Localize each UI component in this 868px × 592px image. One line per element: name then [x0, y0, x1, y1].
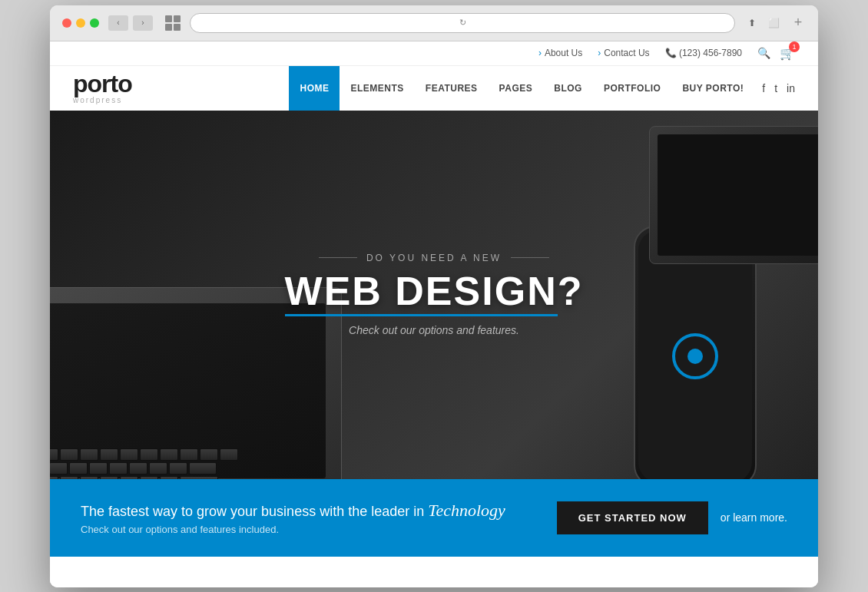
- key: [140, 448, 158, 461]
- key: [169, 462, 187, 475]
- key: [50, 462, 68, 475]
- keyboard-area: [50, 448, 326, 479]
- browser-actions: ⬆ ⬜: [744, 15, 781, 31]
- refresh-icon: ↻: [459, 18, 466, 28]
- key: [180, 448, 198, 461]
- key: [50, 476, 58, 479]
- nav-home[interactable]: HOME: [289, 66, 340, 111]
- browser-window: ‹ › ↻ ⬆ ⬜ + About Us Contact Us 📞 (123) …: [50, 5, 818, 587]
- key: [160, 448, 178, 461]
- nav-buy-porto[interactable]: BUY PORTO!: [671, 66, 754, 111]
- hero-title: WEB DESIGN?: [285, 270, 584, 313]
- laptop-right-screen: [658, 134, 818, 256]
- about-us-link[interactable]: About Us: [538, 48, 582, 58]
- cta-text-area: The fastest way to grow your business wi…: [81, 501, 557, 535]
- get-started-button[interactable]: Get Started Now: [557, 501, 708, 534]
- website-content: About Us Contact Us 📞 (123) 456-7890 🔍 🛒…: [50, 41, 818, 587]
- phone-screen: [638, 230, 752, 479]
- dot-green[interactable]: [90, 18, 99, 28]
- search-icon[interactable]: 🔍: [757, 47, 770, 59]
- key: [140, 476, 158, 479]
- phone-number: 📞 (123) 456-7890: [665, 48, 742, 58]
- forward-button[interactable]: ›: [133, 15, 153, 31]
- address-bar[interactable]: ↻: [190, 13, 735, 33]
- new-tab-button[interactable]: +: [790, 15, 806, 31]
- nav-portfolio[interactable]: PORTFOLIO: [593, 66, 672, 111]
- key: [189, 462, 217, 475]
- learn-more-text[interactable]: or learn more.: [721, 511, 787, 524]
- key: [120, 448, 138, 461]
- key: [129, 462, 147, 475]
- cta-tech-word: Technology: [428, 501, 505, 520]
- key: [200, 448, 218, 461]
- key: [120, 476, 138, 479]
- logo-sub: wordpress: [73, 96, 122, 104]
- hero-section: DO YOU NEED A NEW WEB DESIGN? Check out …: [50, 111, 818, 479]
- laptop-visual: [50, 210, 388, 479]
- main-nav: HOME ELEMENTS FEATURES PAGES BLOG PORTFO…: [289, 66, 754, 111]
- phone-icon-inner: [687, 349, 703, 364]
- logo-text: porto: [73, 71, 132, 96]
- tabs-button[interactable]: ⬜: [766, 15, 781, 31]
- key: [109, 462, 128, 475]
- phone-app-icon: [672, 333, 718, 379]
- hero-subtitle: DO YOU NEED A NEW: [285, 253, 584, 263]
- utility-bar: About Us Contact Us 📞 (123) 456-7890 🔍 🛒…: [50, 41, 818, 66]
- utility-icons: 🔍 🛒 1: [757, 46, 795, 61]
- laptop-right-visual: [649, 126, 818, 264]
- cta-prefix: The fastest way to grow your business wi…: [81, 504, 428, 519]
- key: [100, 448, 118, 461]
- key: [180, 476, 218, 479]
- browser-dots: [62, 18, 99, 28]
- cart-icon[interactable]: 🛒 1: [780, 46, 795, 61]
- facebook-icon[interactable]: f: [762, 82, 765, 94]
- cta-sub-text: Check out our options and features inclu…: [81, 524, 557, 535]
- browser-titlebar: ‹ › ↻ ⬆ ⬜ +: [50, 5, 818, 41]
- key: [80, 448, 98, 461]
- nav-pages[interactable]: PAGES: [489, 66, 544, 111]
- browser-nav: ‹ ›: [108, 15, 153, 31]
- tab-grid-button[interactable]: [165, 15, 181, 31]
- key: [89, 462, 108, 475]
- bottom-white-area: [50, 557, 818, 587]
- hero-title-punct: ?: [558, 269, 584, 313]
- key: [60, 448, 78, 461]
- key: [80, 476, 98, 479]
- cart-badge: 1: [789, 41, 800, 52]
- cta-main-text: The fastest way to grow your business wi…: [81, 501, 557, 521]
- site-logo[interactable]: porto wordpress: [73, 71, 132, 104]
- cta-actions: Get Started Now or learn more.: [557, 501, 787, 534]
- hero-title-text: WEB DESIGN: [285, 270, 558, 313]
- cta-banner: The fastest way to grow your business wi…: [50, 479, 818, 557]
- hero-content: DO YOU NEED A NEW WEB DESIGN? Check out …: [285, 253, 584, 336]
- social-nav: f t in: [762, 82, 795, 94]
- linkedin-icon[interactable]: in: [787, 82, 795, 94]
- dot-red[interactable]: [62, 18, 71, 28]
- site-header: porto wordpress HOME ELEMENTS FEATURES P…: [50, 66, 818, 111]
- twitter-icon[interactable]: t: [774, 82, 777, 94]
- nav-elements[interactable]: ELEMENTS: [340, 66, 414, 111]
- key: [60, 476, 78, 479]
- key: [220, 448, 238, 461]
- hero-description: Check out our options and features.: [285, 324, 584, 336]
- key: [160, 476, 178, 479]
- nav-features[interactable]: FEATURES: [415, 66, 489, 111]
- contact-us-link[interactable]: Contact Us: [598, 48, 649, 58]
- phone-icon: 📞: [665, 48, 679, 58]
- nav-blog[interactable]: BLOG: [543, 66, 593, 111]
- key: [100, 476, 118, 479]
- dot-yellow[interactable]: [76, 18, 85, 28]
- key: [69, 462, 88, 475]
- key: [50, 448, 58, 461]
- back-button[interactable]: ‹: [108, 15, 128, 31]
- share-button[interactable]: ⬆: [744, 15, 760, 31]
- key: [149, 462, 167, 475]
